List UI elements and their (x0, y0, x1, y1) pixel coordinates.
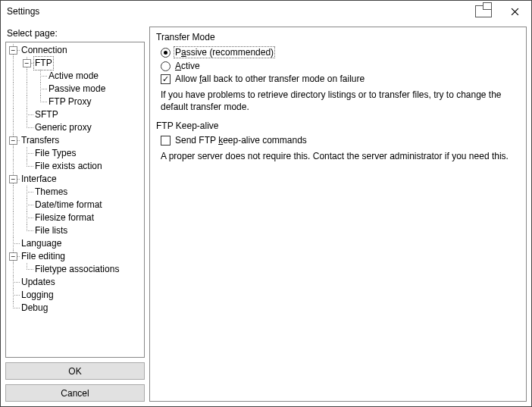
tree-item-ftp-proxy[interactable]: FTP Proxy (6, 95, 144, 108)
radio-active[interactable]: Active (156, 60, 520, 73)
tree-item-themes[interactable]: Themes (6, 186, 144, 199)
tree-item-file-editing[interactable]: − File editing (6, 250, 144, 263)
tree-item-filetype-assoc[interactable]: Filetype associations (6, 263, 144, 276)
radio-icon (161, 61, 171, 71)
tree-item-file-lists[interactable]: File lists (6, 224, 144, 237)
cancel-button[interactable]: Cancel (5, 384, 145, 402)
titlebar: Settings (1, 1, 531, 22)
settings-window: Settings Select page: − Connection − FTP (0, 0, 532, 407)
close-button[interactable] (499, 2, 530, 21)
checkbox-icon (161, 74, 171, 84)
tree-item-active-mode[interactable]: Active mode (6, 70, 144, 83)
tree-item-passive-mode[interactable]: Passive mode (6, 83, 144, 95)
tree-item-file-types[interactable]: File Types (6, 147, 144, 160)
check-keepalive-label: Send FTP keep-alive commands (175, 135, 307, 146)
expand-icon[interactable]: − (9, 136, 17, 145)
keepalive-help-text: A proper server does not require this. C… (156, 147, 520, 168)
window-restore-icon (475, 5, 492, 17)
expand-icon[interactable]: − (23, 59, 31, 67)
tree-item-logging[interactable]: Logging (6, 289, 144, 302)
tree-item-updates[interactable]: Updates (6, 276, 144, 289)
check-fallback[interactable]: Allow fall back to other transfer mode o… (156, 73, 520, 86)
check-fallback-label: Allow fall back to other transfer mode o… (175, 74, 365, 84)
tree-item-sftp[interactable]: SFTP (6, 108, 144, 121)
window-title: Settings (7, 6, 39, 17)
tree-item-interface[interactable]: − Interface (6, 173, 144, 186)
tree-item-filesize-format[interactable]: Filesize format (6, 211, 144, 224)
check-keepalive[interactable]: Send FTP keep-alive commands (156, 134, 520, 147)
radio-active-label: Active (175, 61, 200, 71)
radio-passive-label: Passive (recommended) (174, 46, 275, 58)
tree-item-ftp[interactable]: − FTP (6, 57, 144, 70)
expand-icon[interactable]: − (9, 46, 17, 55)
keepalive-title: FTP Keep-alive (156, 119, 520, 134)
settings-panel: Transfer Mode Passive (recommended) Acti… (149, 27, 527, 402)
checkbox-icon (161, 136, 171, 146)
ok-button[interactable]: OK (5, 362, 145, 380)
close-icon (511, 8, 519, 16)
tree-item-connection[interactable]: − Connection (6, 44, 144, 57)
tree-item-transfers[interactable]: − Transfers (6, 134, 144, 147)
expand-icon[interactable]: − (9, 252, 17, 261)
select-page-label: Select page: (5, 27, 145, 42)
transfer-help-text: If you have problems to retrieve directo… (156, 86, 520, 119)
page-tree[interactable]: − Connection − FTP Active mode Passive m… (5, 42, 145, 358)
transfer-mode-title: Transfer Mode (156, 30, 520, 45)
tree-item-datetime-format[interactable]: Date/time format (6, 199, 144, 211)
radio-icon (161, 48, 171, 58)
radio-passive[interactable]: Passive (recommended) (156, 45, 520, 60)
left-column: Select page: − Connection − FTP Active m… (5, 27, 145, 402)
tree-item-debug[interactable]: Debug (6, 302, 144, 315)
tree-item-generic-proxy[interactable]: Generic proxy (6, 121, 144, 134)
tree-item-file-exists[interactable]: File exists action (6, 160, 144, 173)
expand-icon[interactable]: − (9, 175, 17, 183)
tree-item-language[interactable]: Language (6, 237, 144, 250)
